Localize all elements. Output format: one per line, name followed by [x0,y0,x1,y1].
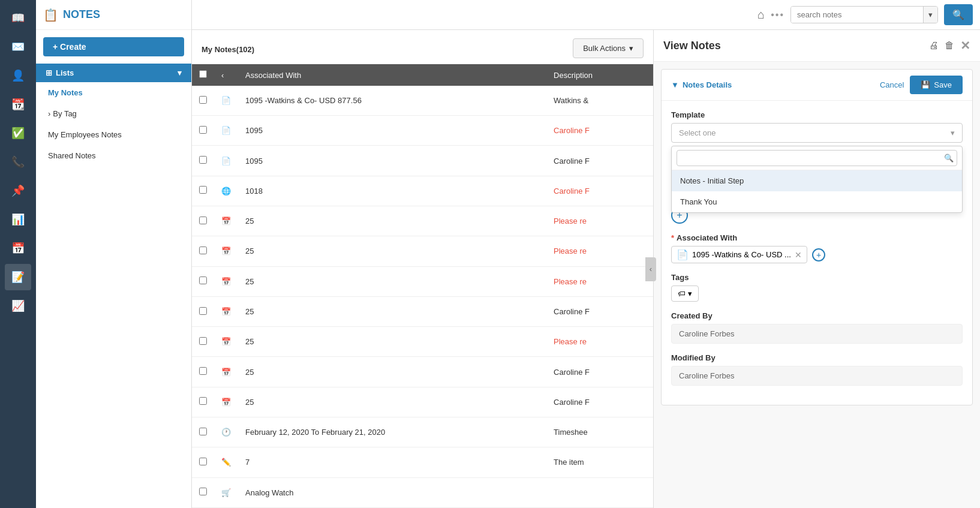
remove-association-button[interactable]: ✕ [795,250,802,260]
chevron-down-icon: ▾ [629,44,633,53]
row-icon: 📅 [214,266,238,296]
chevron-down-icon[interactable]: ▼ [671,80,679,89]
dropdown-search-input[interactable] [677,150,957,166]
row-checkbox[interactable] [199,126,207,134]
cal2-icon[interactable]: 📅 [5,235,31,261]
row-checkbox[interactable] [199,397,207,405]
row-checkbox[interactable] [199,367,207,375]
row-assoc-with: 7 [238,447,546,477]
search-icon: 🔍 [944,154,954,163]
calendar-icon[interactable]: 📆 [5,91,31,118]
row-description: Caroline F [546,296,653,326]
row-checkbox[interactable] [199,217,207,224]
table-row: 📅 25 Caroline F [192,296,653,326]
sidebar-lists-toggle[interactable]: ⊞ Lists ▾ [36,64,191,82]
row-icon: 🌐 [214,176,238,206]
sidebar: 📋 NOTES + Create ⊞ Lists ▾ My Notes › By… [36,0,192,508]
row-assoc-with: 25 [238,296,546,326]
delete-icon[interactable]: 🗑 [945,40,954,51]
search-dropdown-arrow[interactable]: ▾ [923,7,937,23]
content-area: My Notes(102) Bulk Actions ▾ ‹ Associate… [192,30,980,508]
dropdown-search-wrapper: 🔍 [672,146,962,170]
phone-icon[interactable]: 📞 [5,149,31,175]
template-option-thank-you[interactable]: Thank You [672,191,962,212]
notes-details-actions: Cancel 💾 Save [880,76,963,94]
template-field: Template Select one ▾ 🔍 [671,110,963,143]
table-row: 📅 25 Caroline F [192,357,653,387]
notes-table: ‹ Associated With Description 📄 1095 -Wa… [192,64,653,508]
pin-icon[interactable]: 📌 [5,178,31,204]
table-row: 📄 1095 Caroline F [192,116,653,146]
row-checkbox[interactable] [199,428,207,435]
report-icon[interactable]: 📊 [5,206,31,233]
row-checkbox[interactable] [199,488,207,495]
collapse-col-icon[interactable]: ‹ [221,71,224,80]
notes-list-title: My Notes(102) [202,41,254,55]
create-button[interactable]: + Create [43,37,184,56]
check-icon[interactable]: ✅ [5,120,31,146]
notes-icon[interactable]: 📝 [5,264,31,290]
sidebar-item-by-tag[interactable]: › By Tag [36,103,191,124]
row-checkbox[interactable] [199,458,207,465]
row-checkbox[interactable] [199,156,207,164]
row-icon: ✏️ [214,447,238,477]
book-icon[interactable]: 📖 [5,5,31,31]
view-notes-actions: 🖨 🗑 ✕ [929,38,970,53]
bulk-actions-button[interactable]: Bulk Actions ▾ [573,38,644,58]
row-checkbox[interactable] [199,247,207,254]
row-assoc-with: 25 [238,206,546,236]
template-dropdown: Select one ▾ 🔍 Notes - Initial Step [671,123,963,143]
modified-by-value: Caroline Forbes [671,366,963,386]
print-icon[interactable]: 🖨 [929,40,939,51]
associated-with-field: * Associated With 📄 1095 -Watkins & Co- … [671,233,963,263]
mail-icon[interactable]: ✉️ [5,34,31,60]
row-description: The item [546,447,653,477]
row-assoc-with: 25 [238,266,546,296]
icon-bar: 📖 ✉️ 👤 📆 ✅ 📞 📌 📊 📅 📝 📈 [0,0,36,508]
template-option-initial-step[interactable]: Notes - Initial Step [672,170,962,191]
sidebar-item-shared-notes[interactable]: Shared Notes [36,145,191,166]
row-checkbox[interactable] [199,337,207,345]
row-icon: 📄 [214,116,238,146]
save-button[interactable]: 💾 Save [910,76,963,94]
associated-with-label: * Associated With [671,233,963,242]
template-select[interactable]: Select one ▾ [671,123,963,143]
row-icon: 📅 [214,296,238,326]
row-assoc-with: 1095 [238,116,546,146]
sidebar-item-my-notes[interactable]: My Notes [36,82,191,103]
search-input[interactable] [791,7,923,23]
template-label: Template [671,110,963,119]
notes-details-header: ▼ Notes Details Cancel 💾 Save [662,70,972,101]
table-row: 📅 25 Please re [192,266,653,296]
template-dropdown-popup: 🔍 Notes - Initial Step Thank You [671,146,963,213]
row-assoc-with: 1095 [238,146,546,176]
row-checkbox[interactable] [199,96,207,104]
arrow-icon: › [48,109,50,118]
row-icon: 📄 [214,86,238,116]
sidebar-item-my-employees-notes[interactable]: My Employees Notes [36,124,191,145]
tags-button[interactable]: 🏷 ▾ [671,285,699,302]
table-row: 🕐 February 12, 2020 To February 21, 2020… [192,417,653,447]
search-button[interactable]: 🔍 [944,4,973,25]
table-row: 📄 1095 -Watkins & Co- USD 877.56 Watkins… [192,86,653,116]
row-icon: 🕐 [214,417,238,447]
row-icon: 📅 [214,206,238,236]
row-description: Caroline F [546,116,653,146]
user-icon[interactable]: 👤 [5,62,31,89]
panel-collapse-handle[interactable]: ‹ [645,257,656,281]
add-association-button[interactable]: + [812,248,825,261]
home-icon[interactable]: ⌂ [757,8,765,22]
row-checkbox[interactable] [199,276,207,284]
created-by-field: Created By Caroline Forbes [671,311,963,344]
app-title: NOTES [63,8,100,21]
row-checkbox[interactable] [199,186,207,194]
close-button[interactable]: ✕ [960,38,970,53]
cancel-button[interactable]: Cancel [880,80,904,89]
modified-by-field: Modified By Caroline Forbes [671,353,963,386]
chart-icon[interactable]: 📈 [5,293,31,319]
lists-label: Lists [56,68,74,77]
row-checkbox[interactable] [199,307,207,315]
tag-icon: 🏷 [678,289,686,298]
select-all-checkbox[interactable] [199,70,207,78]
more-options-icon[interactable]: ••• [771,10,784,20]
